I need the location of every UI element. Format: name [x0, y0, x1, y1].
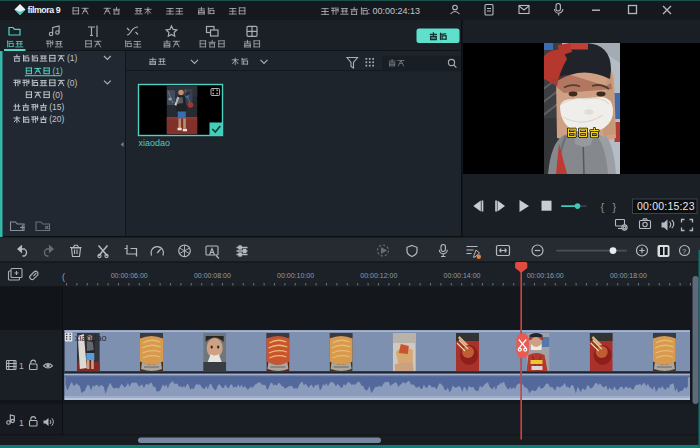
- svg-text:00:00:06:00: 00:00:06:00: [111, 272, 148, 279]
- svg-text:(15): (15): [49, 102, 64, 112]
- svg-text:00:00:16:00: 00:00:16:00: [527, 272, 564, 279]
- svg-text:00:00:14:00: 00:00:14:00: [444, 272, 481, 279]
- svg-text:(20): (20): [49, 114, 64, 124]
- svg-text:(1): (1): [67, 53, 78, 63]
- svg-text:(1): (1): [52, 66, 63, 76]
- svg-text:(0): (0): [52, 90, 63, 100]
- svg-text:{: {: [601, 201, 605, 213]
- svg-text:filmora 9: filmora 9: [28, 5, 61, 15]
- svg-text:: 00:00:24:13: : 00:00:24:13: [368, 6, 421, 16]
- svg-text:(: (: [62, 272, 65, 282]
- svg-text:00:00:10:00: 00:00:10:00: [277, 272, 314, 279]
- svg-text:00:00:15:23: 00:00:15:23: [637, 200, 695, 212]
- svg-text:xiaodao: xiaodao: [75, 333, 107, 343]
- svg-text:?: ?: [682, 247, 686, 256]
- svg-text:(0): (0): [67, 78, 78, 88]
- svg-text:00:00:18:00: 00:00:18:00: [610, 272, 647, 279]
- svg-text:00:00:08:00: 00:00:08:00: [194, 272, 231, 279]
- svg-text:}: }: [613, 201, 617, 213]
- svg-text:xiaodao: xiaodao: [139, 138, 171, 148]
- svg-text:1: 1: [19, 361, 24, 371]
- svg-text:00:00:12:00: 00:00:12:00: [360, 272, 397, 279]
- svg-text:1: 1: [19, 418, 24, 428]
